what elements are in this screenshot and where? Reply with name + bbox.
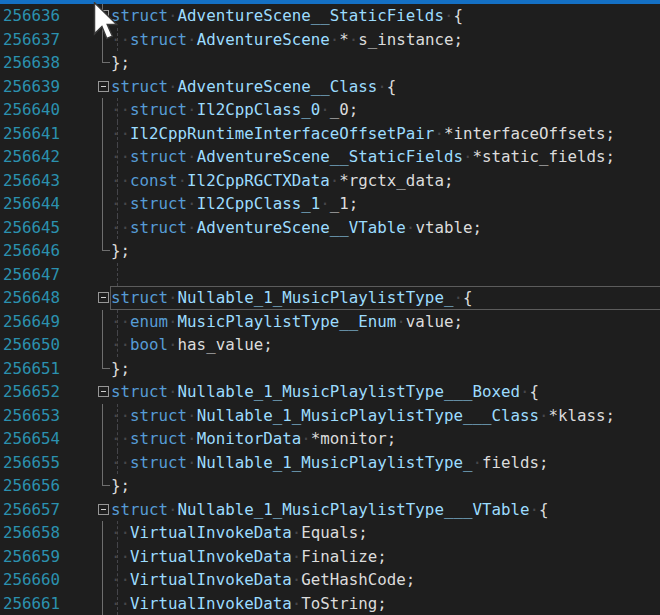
code-text[interactable]: ··struct·Il2CppClass_1·_1;	[111, 192, 660, 216]
indent-guide	[117, 592, 118, 615]
whitespace-dot: ·	[168, 77, 178, 96]
code-line[interactable]: 256649··enum·MusicPlaylistType__Enum·val…	[0, 310, 660, 334]
code-line[interactable]: 256640··struct·Il2CppClass_0·_0;	[0, 98, 660, 122]
code-line[interactable]: 256647	[0, 263, 660, 287]
code-text[interactable]: ··VirtualInvokeData·Equals;	[111, 521, 660, 545]
whitespace-dot: ·	[111, 312, 121, 331]
code-line[interactable]: 256658··VirtualInvokeData·Equals;	[0, 521, 660, 545]
code-line[interactable]: 256646};	[0, 239, 660, 263]
code-text[interactable]	[111, 263, 660, 287]
line-number: 256641	[0, 122, 94, 146]
code-text[interactable]: };	[111, 239, 660, 263]
whitespace-dot: ·	[168, 500, 178, 519]
whitespace-dot: ·	[111, 406, 121, 425]
code-line[interactable]: 256652struct·Nullable_1_MusicPlaylistTyp…	[0, 380, 660, 404]
code-line[interactable]: 256648struct·Nullable_1_MusicPlaylistTyp…	[0, 286, 660, 310]
fold-margin	[94, 122, 111, 146]
code-line[interactable]: 256651};	[0, 357, 660, 381]
code-line[interactable]: 256654··struct·MonitorData·*monitor;	[0, 427, 660, 451]
code-line[interactable]: 256656};	[0, 474, 660, 498]
code-text[interactable]: ··VirtualInvokeData·ToString;	[111, 592, 660, 615]
code-text[interactable]: struct·Nullable_1_MusicPlaylistType___VT…	[111, 498, 660, 522]
code-token: };	[111, 476, 130, 495]
code-text[interactable]: ··Il2CppRuntimeInterfaceOffsetPair·*inte…	[111, 122, 660, 146]
code-text[interactable]: ··struct·Nullable_1_MusicPlaylistType_·f…	[111, 451, 660, 475]
code-token: {	[530, 382, 540, 401]
code-token: Il2CppRGCTXData	[187, 171, 330, 190]
fold-margin	[94, 263, 111, 287]
code-line[interactable]: 256655··struct·Nullable_1_MusicPlaylistT…	[0, 451, 660, 475]
code-token: struct	[130, 100, 187, 119]
code-text[interactable]: ··struct·Nullable_1_MusicPlaylistType___…	[111, 404, 660, 428]
fold-margin	[94, 404, 111, 428]
whitespace-dot: ·	[292, 594, 302, 613]
fold-margin	[94, 75, 111, 99]
line-number: 256643	[0, 169, 94, 193]
code-text[interactable]: ··struct·AdventureScene__StaticFields·*s…	[111, 145, 660, 169]
code-token: vtable;	[415, 218, 482, 237]
indent-guide	[117, 521, 118, 545]
code-token: AdventureScene	[197, 30, 330, 49]
line-number: 256650	[0, 333, 94, 357]
whitespace-dot: ·	[121, 194, 131, 213]
code-text[interactable]: struct·AdventureScene__Class·{	[111, 75, 660, 99]
indent-guide	[117, 333, 118, 357]
code-area[interactable]: 256636struct·AdventureScene__StaticField…	[0, 4, 660, 615]
whitespace-dot: ·	[121, 335, 131, 354]
indent-guide	[117, 216, 118, 240]
code-token: *static_fields;	[472, 147, 615, 166]
whitespace-dot: ·	[529, 500, 539, 519]
code-text[interactable]: ··VirtualInvokeData·GetHashCode;	[111, 568, 660, 592]
whitespace-dot: ·	[111, 335, 121, 354]
code-line[interactable]: 256644··struct·Il2CppClass_1·_1;	[0, 192, 660, 216]
line-number: 256644	[0, 192, 94, 216]
fold-toggle-icon[interactable]	[98, 292, 109, 303]
fold-toggle-icon[interactable]	[98, 81, 109, 92]
code-line[interactable]: 256643··const·Il2CppRGCTXData·*rgctx_dat…	[0, 169, 660, 193]
whitespace-dot: ·	[111, 523, 121, 542]
code-text[interactable]: ··struct·Il2CppClass_0·_0;	[111, 98, 660, 122]
code-line[interactable]: 256638};	[0, 51, 660, 75]
code-line[interactable]: 256653··struct·Nullable_1_MusicPlaylistT…	[0, 404, 660, 428]
line-number: 256646	[0, 239, 94, 263]
code-line[interactable]: 256641··Il2CppRuntimeInterfaceOffsetPair…	[0, 122, 660, 146]
line-number: 256649	[0, 310, 94, 334]
whitespace-dot: ·	[121, 547, 131, 566]
code-line[interactable]: 256639struct·AdventureScene__Class·{	[0, 75, 660, 99]
code-text[interactable]: struct·Nullable_1_MusicPlaylistType_·{	[111, 286, 660, 310]
code-token: struct	[130, 218, 187, 237]
code-line[interactable]: 256642··struct·AdventureScene__StaticFie…	[0, 145, 660, 169]
code-line[interactable]: 256659··VirtualInvokeData·Finalize;	[0, 545, 660, 569]
code-token: *interfaceOffsets;	[444, 124, 615, 143]
code-line[interactable]: 256657struct·Nullable_1_MusicPlaylistTyp…	[0, 498, 660, 522]
whitespace-dot: ·	[121, 218, 131, 237]
code-text[interactable]: };	[111, 51, 660, 75]
code-line[interactable]: 256660··VirtualInvokeData·GetHashCode;	[0, 568, 660, 592]
line-number: 256647	[0, 263, 94, 287]
code-text[interactable]: ··bool·has_value;	[111, 333, 660, 357]
code-text[interactable]: ··struct·AdventureScene__VTable·vtable;	[111, 216, 660, 240]
code-text[interactable]: };	[111, 474, 660, 498]
code-token: *	[339, 30, 349, 49]
code-line[interactable]: 256645··struct·AdventureScene__VTable·vt…	[0, 216, 660, 240]
code-text[interactable]: ··struct·MonitorData·*monitor;	[111, 427, 660, 451]
fold-toggle-icon[interactable]	[98, 504, 109, 515]
fold-toggle-icon[interactable]	[98, 386, 109, 397]
fold-margin	[94, 98, 111, 122]
code-text[interactable]: ··VirtualInvokeData·Finalize;	[111, 545, 660, 569]
code-text[interactable]: struct·Nullable_1_MusicPlaylistType___Bo…	[111, 380, 660, 404]
code-text[interactable]: };	[111, 357, 660, 381]
whitespace-dot: ·	[121, 124, 131, 143]
code-line[interactable]: 256661··VirtualInvokeData·ToString;	[0, 592, 660, 615]
code-text[interactable]: ··struct·AdventureScene·*·s_instance;	[111, 28, 660, 52]
code-token: value;	[406, 312, 463, 331]
code-text[interactable]: ··enum·MusicPlaylistType__Enum·value;	[111, 310, 660, 334]
line-number: 256640	[0, 98, 94, 122]
code-token: struct	[111, 6, 168, 25]
code-editor[interactable]: 256636struct·AdventureScene__StaticField…	[0, 0, 660, 615]
code-text[interactable]: ··const·Il2CppRGCTXData·*rgctx_data;	[111, 169, 660, 193]
code-token: AdventureScene__VTable	[197, 218, 406, 237]
code-line[interactable]: 256650··bool·has_value;	[0, 333, 660, 357]
code-text[interactable]: struct·AdventureScene__StaticFields·{	[111, 4, 660, 28]
line-number: 256651	[0, 357, 94, 381]
